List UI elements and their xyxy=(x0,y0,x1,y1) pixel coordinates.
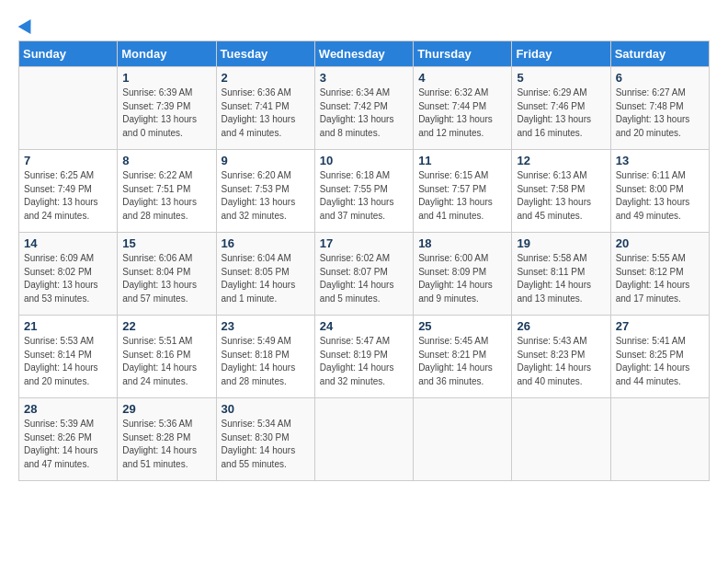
day-detail: Sunrise: 6:02 AMSunset: 8:07 PMDaylight:… xyxy=(320,252,408,305)
calendar-cell: 29Sunrise: 5:36 AMSunset: 8:28 PMDayligh… xyxy=(118,398,216,481)
calendar-cell: 13Sunrise: 6:11 AMSunset: 8:00 PMDayligh… xyxy=(610,150,709,233)
calendar-cell: 24Sunrise: 5:47 AMSunset: 8:19 PMDayligh… xyxy=(314,316,413,398)
calendar-cell: 26Sunrise: 5:43 AMSunset: 8:23 PMDayligh… xyxy=(512,316,610,398)
day-number: 17 xyxy=(320,236,408,250)
day-number: 23 xyxy=(222,319,310,333)
weekday-header: Sunday xyxy=(19,41,118,67)
day-detail: Sunrise: 6:32 AMSunset: 7:44 PMDaylight:… xyxy=(418,86,506,140)
calendar-cell xyxy=(414,398,512,481)
logo-triangle-icon xyxy=(18,16,38,34)
day-number: 18 xyxy=(418,236,506,250)
day-number: 29 xyxy=(122,402,210,416)
weekday-header: Tuesday xyxy=(216,41,314,67)
weekday-header: Thursday xyxy=(414,41,512,67)
day-detail: Sunrise: 5:53 AMSunset: 8:14 PMDaylight:… xyxy=(24,335,112,388)
day-detail: Sunrise: 5:39 AMSunset: 8:26 PMDaylight:… xyxy=(24,418,112,471)
day-detail: Sunrise: 6:15 AMSunset: 7:57 PMDaylight:… xyxy=(418,169,506,223)
calendar-cell xyxy=(19,67,118,150)
day-number: 9 xyxy=(222,154,310,167)
calendar-cell: 27Sunrise: 5:41 AMSunset: 8:25 PMDayligh… xyxy=(610,316,709,398)
calendar-cell: 11Sunrise: 6:15 AMSunset: 7:57 PMDayligh… xyxy=(414,150,512,233)
day-number: 26 xyxy=(517,319,605,333)
calendar-cell: 22Sunrise: 5:51 AMSunset: 8:16 PMDayligh… xyxy=(118,316,216,398)
calendar-cell: 4Sunrise: 6:32 AMSunset: 7:44 PMDaylight… xyxy=(414,67,512,150)
calendar-cell: 3Sunrise: 6:34 AMSunset: 7:42 PMDaylight… xyxy=(314,67,413,150)
day-number: 21 xyxy=(24,319,112,333)
day-detail: Sunrise: 5:34 AMSunset: 8:30 PMDaylight:… xyxy=(222,418,310,471)
calendar-cell: 28Sunrise: 5:39 AMSunset: 8:26 PMDayligh… xyxy=(19,398,118,481)
day-detail: Sunrise: 5:36 AMSunset: 8:28 PMDaylight:… xyxy=(122,418,210,471)
weekday-header: Saturday xyxy=(610,41,709,67)
calendar-cell: 15Sunrise: 6:06 AMSunset: 8:04 PMDayligh… xyxy=(118,233,216,316)
day-detail: Sunrise: 5:47 AMSunset: 8:19 PMDaylight:… xyxy=(320,335,408,388)
day-number: 22 xyxy=(122,319,210,333)
calendar-cell: 21Sunrise: 5:53 AMSunset: 8:14 PMDayligh… xyxy=(19,316,118,398)
day-detail: Sunrise: 5:49 AMSunset: 8:18 PMDaylight:… xyxy=(222,335,310,388)
day-number: 8 xyxy=(122,154,210,167)
day-number: 3 xyxy=(320,71,408,85)
weekday-header: Wednesday xyxy=(314,41,413,67)
day-number: 11 xyxy=(418,154,506,167)
calendar-cell: 9Sunrise: 6:20 AMSunset: 7:53 PMDaylight… xyxy=(216,150,314,233)
day-detail: Sunrise: 5:45 AMSunset: 8:21 PMDaylight:… xyxy=(418,335,506,388)
day-number: 15 xyxy=(122,236,210,250)
day-number: 2 xyxy=(222,71,310,85)
day-number: 7 xyxy=(24,154,112,167)
day-detail: Sunrise: 5:55 AMSunset: 8:12 PMDaylight:… xyxy=(616,252,704,305)
day-number: 13 xyxy=(616,154,704,167)
calendar-cell xyxy=(512,398,610,481)
day-number: 5 xyxy=(517,71,605,85)
calendar-cell: 8Sunrise: 6:22 AMSunset: 7:51 PMDaylight… xyxy=(118,150,216,233)
day-number: 30 xyxy=(222,402,310,416)
day-number: 19 xyxy=(517,236,605,250)
day-detail: Sunrise: 6:00 AMSunset: 8:09 PMDaylight:… xyxy=(418,252,506,305)
calendar-cell: 5Sunrise: 6:29 AMSunset: 7:46 PMDaylight… xyxy=(512,67,610,150)
day-detail: Sunrise: 5:51 AMSunset: 8:16 PMDaylight:… xyxy=(122,335,210,388)
day-detail: Sunrise: 6:06 AMSunset: 8:04 PMDaylight:… xyxy=(122,252,210,305)
day-number: 12 xyxy=(517,154,605,167)
calendar-cell: 17Sunrise: 6:02 AMSunset: 8:07 PMDayligh… xyxy=(314,233,413,316)
day-detail: Sunrise: 6:39 AMSunset: 7:39 PMDaylight:… xyxy=(122,86,210,140)
day-detail: Sunrise: 6:27 AMSunset: 7:48 PMDaylight:… xyxy=(616,86,704,140)
day-detail: Sunrise: 6:18 AMSunset: 7:55 PMDaylight:… xyxy=(320,169,408,223)
day-number: 16 xyxy=(222,236,310,250)
weekday-header: Friday xyxy=(512,41,610,67)
day-number: 27 xyxy=(616,319,704,333)
day-detail: Sunrise: 6:04 AMSunset: 8:05 PMDaylight:… xyxy=(222,252,310,305)
calendar-cell: 10Sunrise: 6:18 AMSunset: 7:55 PMDayligh… xyxy=(314,150,413,233)
day-number: 25 xyxy=(418,319,506,333)
calendar-cell: 23Sunrise: 5:49 AMSunset: 8:18 PMDayligh… xyxy=(216,316,314,398)
calendar-cell: 2Sunrise: 6:36 AMSunset: 7:41 PMDaylight… xyxy=(216,67,314,150)
day-detail: Sunrise: 6:11 AMSunset: 8:00 PMDaylight:… xyxy=(616,169,704,223)
day-number: 10 xyxy=(320,154,408,167)
day-number: 14 xyxy=(24,236,112,250)
calendar-cell: 30Sunrise: 5:34 AMSunset: 8:30 PMDayligh… xyxy=(216,398,314,481)
calendar-cell: 19Sunrise: 5:58 AMSunset: 8:11 PMDayligh… xyxy=(512,233,610,316)
day-detail: Sunrise: 6:20 AMSunset: 7:53 PMDaylight:… xyxy=(222,169,310,223)
day-number: 28 xyxy=(24,402,112,416)
day-detail: Sunrise: 6:13 AMSunset: 7:58 PMDaylight:… xyxy=(517,169,605,223)
calendar-cell: 20Sunrise: 5:55 AMSunset: 8:12 PMDayligh… xyxy=(610,233,709,316)
calendar-cell: 18Sunrise: 6:00 AMSunset: 8:09 PMDayligh… xyxy=(414,233,512,316)
calendar-cell: 7Sunrise: 6:25 AMSunset: 7:49 PMDaylight… xyxy=(19,150,118,233)
day-detail: Sunrise: 6:09 AMSunset: 8:02 PMDaylight:… xyxy=(24,252,112,305)
day-detail: Sunrise: 6:36 AMSunset: 7:41 PMDaylight:… xyxy=(222,86,310,140)
day-detail: Sunrise: 6:34 AMSunset: 7:42 PMDaylight:… xyxy=(320,86,408,140)
calendar-cell: 6Sunrise: 6:27 AMSunset: 7:48 PMDaylight… xyxy=(610,67,709,150)
calendar-cell: 1Sunrise: 6:39 AMSunset: 7:39 PMDaylight… xyxy=(118,67,216,150)
day-detail: Sunrise: 6:22 AMSunset: 7:51 PMDaylight:… xyxy=(122,169,210,223)
day-number: 6 xyxy=(616,71,704,85)
logo xyxy=(18,18,35,31)
day-detail: Sunrise: 6:25 AMSunset: 7:49 PMDaylight:… xyxy=(24,169,112,223)
weekday-header: Monday xyxy=(118,41,216,67)
calendar-table: SundayMondayTuesdayWednesdayThursdayFrid… xyxy=(18,40,710,481)
calendar-cell xyxy=(314,398,413,481)
calendar-cell: 12Sunrise: 6:13 AMSunset: 7:58 PMDayligh… xyxy=(512,150,610,233)
day-detail: Sunrise: 5:41 AMSunset: 8:25 PMDaylight:… xyxy=(616,335,704,388)
day-detail: Sunrise: 5:43 AMSunset: 8:23 PMDaylight:… xyxy=(517,335,605,388)
day-detail: Sunrise: 5:58 AMSunset: 8:11 PMDaylight:… xyxy=(517,252,605,305)
calendar-cell xyxy=(610,398,709,481)
calendar-cell: 14Sunrise: 6:09 AMSunset: 8:02 PMDayligh… xyxy=(19,233,118,316)
day-number: 24 xyxy=(320,319,408,333)
calendar-cell: 16Sunrise: 6:04 AMSunset: 8:05 PMDayligh… xyxy=(216,233,314,316)
